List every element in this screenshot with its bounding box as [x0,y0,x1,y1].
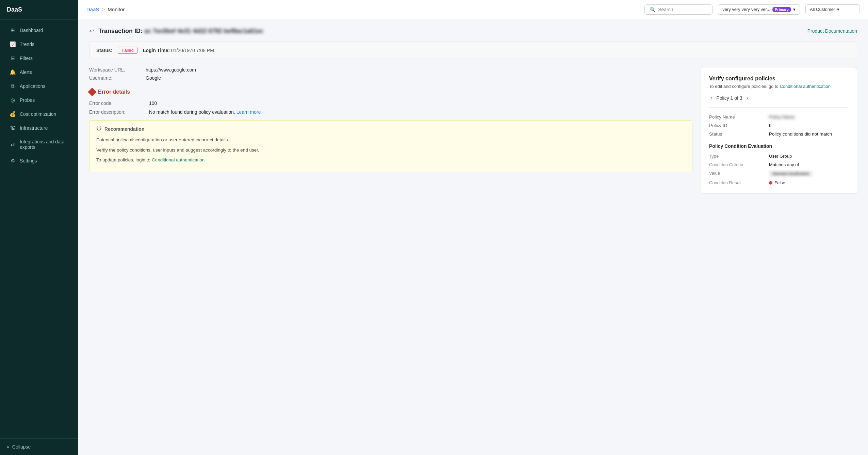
recommendation-icon: 🛡 [96,126,102,132]
rec-text-1: Potential policy misconfiguration or use… [96,136,685,144]
login-time-value: 01/20/1970 7:08 PM [171,48,214,53]
policy-nav-label: Policy 1 of 3 [716,95,742,101]
sidebar-label-infra: Infrastructure [20,125,48,131]
policy-next-button[interactable]: › [745,94,750,102]
error-desc-value: No match found during policy evaluation.… [149,109,692,115]
primary-badge: Primary [772,7,791,12]
sidebar-item-infrastructure[interactable]: 🏗 Infrastructure [3,121,76,135]
sidebar-nav: ⊞ Dashboard 📈 Trends ⊟ Filters 🔔 Alerts … [0,20,78,438]
policy-status-label: Status [709,131,764,137]
infra-icon: 🏗 [10,125,16,131]
rec-text-2: Verify the policy conditions, user input… [96,146,685,154]
condition-grid: Type User Group Condition Criteria Match… [709,154,849,185]
transaction-id-value: ac 7ec0bef 4e31 4d22 6792 bef8ac1a61ec [144,28,263,35]
error-diamond-icon [88,88,96,96]
breadcrumb-daas[interactable]: DaaS [86,6,99,12]
verify-title: Verify configured policies [709,76,849,82]
learn-more-link[interactable]: Learn more [236,109,261,115]
error-title-label: Error details [98,89,130,95]
integrations-icon: ⇄ [10,141,16,147]
value-label: Value [709,171,764,177]
content-area: ↩ Transaction ID: ac 7ec0bef 4e31 4d22 6… [78,19,868,455]
info-grid: Workspace URL: https://www.google.com Us… [89,67,692,81]
collapse-label: Collapse [12,444,31,450]
policy-fields: Policy Name Policy Name Policy ID 9 Stat… [709,114,849,137]
policy-id-label: Policy ID [709,123,764,128]
sidebar-item-settings[interactable]: ⚙ Settings [3,154,76,168]
conditional-auth-link-verify[interactable]: Conditional authentication [780,84,831,89]
policy-name-label: Policy Name [709,114,764,120]
workspace-chevron-icon: ▾ [793,7,796,12]
sidebar-collapse-button[interactable]: « Collapse [0,438,78,455]
sidebar-item-trends[interactable]: 📈 Trends [3,37,76,51]
sidebar-label-probes: Probes [20,97,35,103]
page-header: ↩ Transaction ID: ac 7ec0bef 4e31 4d22 6… [89,27,857,35]
sidebar-item-dashboard[interactable]: ⊞ Dashboard [3,23,76,37]
status-label: Status: [96,48,112,53]
customer-selector[interactable]: All Customer ▾ [805,4,860,14]
sidebar: DaaS ⊞ Dashboard 📈 Trends ⊟ Filters 🔔 Al… [0,0,78,455]
breadcrumb-separator: > [102,6,105,12]
workspace-url-label: Workspace URL: [89,67,140,73]
criteria-label: Condition Criteria [709,162,764,167]
condition-eval-title: Policy Condition Evaluation [709,143,849,149]
result-label: Condition Result [709,180,764,185]
policy-prev-button[interactable]: ‹ [709,94,714,102]
login-time-label: Login Time: [143,48,170,53]
username-value: Google [146,75,692,81]
probes-icon: ◎ [10,97,16,103]
username-label: Username: [89,75,140,81]
back-button[interactable]: ↩ [89,27,94,35]
alerts-icon: 🔔 [10,69,16,75]
result-value: False [769,180,849,185]
status-badge: Failed [118,47,137,54]
product-doc-link[interactable]: Product Documentation [807,28,857,34]
sidebar-label-trends: Trends [20,42,34,47]
workspace-url-value: https://www.google.com [146,67,692,73]
transaction-id-label: Transaction ID: [98,28,143,34]
rec-title: 🛡 Recommendation [96,126,685,132]
sidebar-label-cost: Cost optimization [20,111,56,117]
sidebar-label-alerts: Alerts [20,69,32,75]
collapse-chevron-icon: « [7,444,10,450]
settings-icon: ⚙ [10,158,16,164]
dashboard-icon: ⊞ [10,27,16,33]
search-icon: 🔍 [650,7,655,12]
error-code-value: 100 [149,100,692,106]
sidebar-item-alerts[interactable]: 🔔 Alerts [3,65,76,79]
verify-subtitle: To edit and configure policies, go to Co… [709,84,849,89]
sidebar-logo: DaaS [0,0,78,20]
sidebar-label-filters: Filters [20,56,33,61]
status-bar: Status: Failed Login Time: 01/20/1970 7:… [89,42,857,59]
applications-icon: ⧉ [10,83,16,89]
error-section: Error details Error code: 100 Error desc… [89,89,692,172]
header: DaaS > Monitor 🔍 very very very very ver… [78,0,868,19]
search-box[interactable]: 🔍 [644,4,713,15]
cost-icon: 💰 [10,111,16,117]
sidebar-item-probes[interactable]: ◎ Probes [3,93,76,107]
breadcrumb-current: Monitor [108,6,125,12]
sidebar-label-dashboard: Dashboard [20,28,43,33]
customer-chevron-icon: ▾ [837,7,839,12]
policy-status-value: Policy conditions did not match [769,131,849,137]
conditional-auth-link-rec[interactable]: Conditional authentication [152,157,204,162]
type-value: User Group [769,154,849,159]
error-code-label: Error code: [89,100,144,106]
type-label: Type [709,154,764,159]
sidebar-item-filters[interactable]: ⊟ Filters [3,51,76,65]
rec-title-label: Recommendation [104,126,144,132]
sidebar-item-integrations[interactable]: ⇄ Integrations and data exports [3,135,76,154]
customer-label: All Customer [810,7,835,12]
sidebar-item-applications[interactable]: ⧉ Applications [3,79,76,93]
search-input[interactable] [658,7,707,12]
policy-id-value: 9 [769,123,849,128]
sidebar-item-cost-optimization[interactable]: 💰 Cost optimization [3,107,76,121]
page-title: Transaction ID: ac 7ec0bef 4e31 4d22 679… [98,28,263,35]
breadcrumb: DaaS > Monitor [86,6,125,12]
workspace-selector[interactable]: very very very very ver... Primary ▾ [718,4,800,15]
rec-text-3: To update policies, login to Conditional… [96,156,685,164]
error-desc-label: Error description: [89,109,144,115]
criteria-value: Matches any of [769,162,849,167]
sidebar-label-settings: Settings [20,158,37,163]
policy-nav: ‹ Policy 1 of 3 › [709,94,849,108]
